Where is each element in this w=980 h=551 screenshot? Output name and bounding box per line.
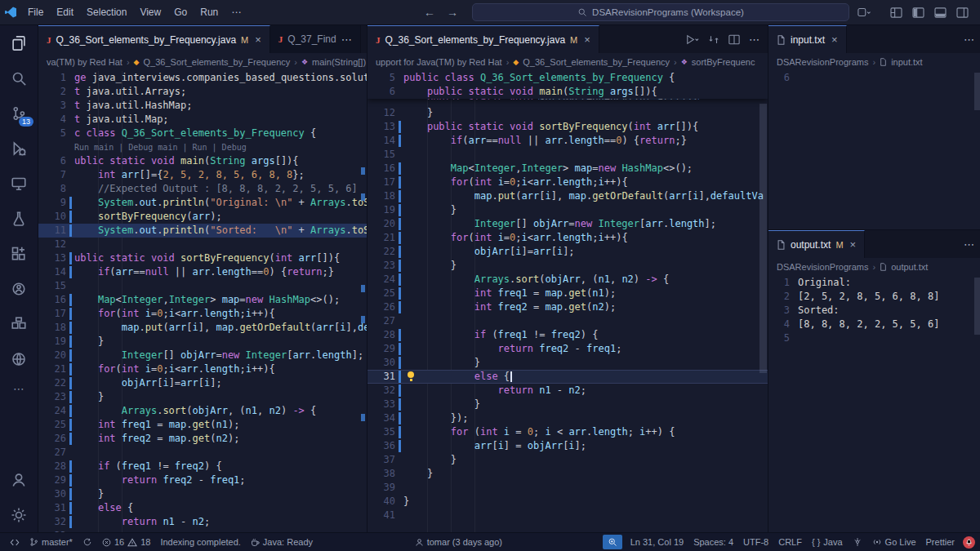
line-number[interactable]: 15: [38, 279, 66, 293]
containers-icon[interactable]: [0, 306, 38, 341]
toggle-panel-icon[interactable]: [934, 7, 947, 18]
menu-run[interactable]: Run: [194, 7, 225, 18]
line-number[interactable]: 12: [368, 106, 395, 120]
code-line[interactable]: 20 Integer[] objArr=new Integer[arr.leng…: [38, 349, 367, 362]
prettier-item[interactable]: Prettier: [921, 533, 960, 551]
line-number[interactable]: 14: [368, 134, 395, 148]
code-line[interactable]: 14 if(arr==null || arr.length==0) {retur…: [38, 265, 367, 279]
toggle-sidebar-icon[interactable]: [912, 7, 924, 18]
line-number[interactable]: 13: [38, 251, 66, 265]
line-number[interactable]: 7: [38, 168, 66, 182]
line-number[interactable]: 19: [368, 203, 395, 217]
code-line[interactable]: 31 else {: [368, 370, 768, 384]
indentation-item[interactable]: Spaces: 4: [688, 533, 738, 551]
code-line[interactable]: 32 return n1 - n2;: [38, 515, 367, 529]
line-number[interactable]: 30: [38, 487, 66, 501]
code-line[interactable]: 12 }: [368, 106, 768, 120]
open-changes-icon[interactable]: [708, 34, 719, 45]
line-number[interactable]: 32: [368, 384, 395, 398]
line-number[interactable]: 31: [38, 501, 66, 515]
line-number[interactable]: 38: [368, 467, 395, 481]
menu-edit[interactable]: Edit: [50, 7, 80, 18]
line-number[interactable]: 6: [38, 154, 66, 168]
breadcrumb-item[interactable]: upport for Java(TM) by Red Hat: [376, 57, 502, 67]
lightbulb-icon[interactable]: [406, 371, 416, 382]
code-line[interactable]: 4t java.util.Map;: [38, 113, 367, 127]
code-line[interactable]: 16 Map<Integer,Integer> map=new HashMap<…: [368, 162, 768, 176]
line-number[interactable]: 24: [38, 404, 66, 418]
breadcrumb-item[interactable]: input.txt: [891, 57, 923, 67]
encoding-item[interactable]: UTF-8: [738, 533, 773, 551]
code-line[interactable]: 39: [368, 481, 768, 495]
code-line[interactable]: 9 System.out.println("Original: \n" + Ar…: [38, 196, 367, 210]
code-line[interactable]: 13 public static void sortByFrequency(in…: [368, 120, 768, 134]
code-line[interactable]: 10 sortByFrequency(arr);: [38, 210, 367, 224]
code-line[interactable]: 8 //Expected Output : [8, 8, 8, 2, 2, 5,…: [38, 182, 367, 196]
testing-icon[interactable]: [0, 201, 38, 236]
remote-indicator[interactable]: [5, 533, 24, 551]
code-line[interactable]: 26 int freq2 = map.get(n2);: [368, 300, 768, 314]
tab-output-txt[interactable]: output.txt M ×: [768, 230, 865, 258]
code-line[interactable]: 12: [38, 238, 367, 251]
code-line[interactable]: 6ublic static void main(String args[]){: [38, 154, 367, 168]
code-line[interactable]: 3Sorted:: [768, 304, 980, 318]
code-line[interactable]: public static void sortByFrequency(int a…: [368, 99, 768, 106]
line-number[interactable]: 4: [768, 318, 790, 331]
line-number[interactable]: 29: [368, 342, 395, 356]
line-number[interactable]: 26: [368, 300, 395, 314]
code-editor-output[interactable]: 1Original:2[2, 5, 2, 8, 5, 6, 8, 8]3Sort…: [768, 276, 980, 532]
line-number[interactable]: 2: [768, 290, 790, 304]
code-line[interactable]: 28 if (freq1 != freq2) {: [38, 460, 367, 473]
line-number[interactable]: 29: [38, 473, 66, 487]
more-views-icon[interactable]: ⋯: [0, 376, 38, 401]
line-number[interactable]: [38, 140, 66, 154]
line-number[interactable]: 30: [368, 356, 395, 370]
go-live-item[interactable]: Go Live: [867, 533, 921, 551]
customize-layout-icon[interactable]: [890, 7, 902, 18]
line-number[interactable]: 9: [38, 196, 66, 210]
extensions-icon[interactable]: [0, 236, 38, 271]
code-line[interactable]: 28 if (freq1 != freq2) {: [368, 328, 768, 342]
code-line[interactable]: 2t java.util.Arrays;: [38, 85, 367, 99]
breadcrumb-item[interactable]: Q_36_Sort_elements_by_Frequency: [523, 57, 670, 67]
code-line[interactable]: 33: [38, 529, 367, 532]
sync-changes-icon[interactable]: [78, 533, 97, 551]
line-number[interactable]: [368, 99, 395, 100]
line-number[interactable]: 21: [368, 231, 395, 245]
line-number[interactable]: 6: [768, 71, 790, 85]
browser-preview-icon[interactable]: [0, 341, 38, 376]
code-line[interactable]: 27: [368, 314, 768, 328]
code-line[interactable]: 37 }: [368, 453, 768, 467]
code-line[interactable]: 19 }: [368, 203, 768, 217]
editor-actions-more-icon[interactable]: ⋯: [964, 33, 974, 46]
line-number[interactable]: 22: [368, 245, 395, 259]
code-line[interactable]: 5c class Q_36_Sort_elements_by_Frequency…: [38, 127, 367, 140]
notifications-bell-icon[interactable]: [963, 536, 975, 549]
code-line[interactable]: Run main | Debug main | Run | Debug: [38, 140, 367, 154]
git-blame-item[interactable]: tomar (3 days ago): [410, 533, 507, 551]
line-number[interactable]: 23: [368, 259, 395, 273]
tab-q36-left[interactable]: J Q_36_Sort_elements_by_Frequency.java M…: [38, 25, 270, 53]
run-debug-icon[interactable]: [0, 131, 38, 166]
code-line[interactable]: 20 Integer[] objArr=new Integer[arr.leng…: [368, 217, 768, 231]
code-line[interactable]: 33 }: [368, 398, 768, 411]
code-line[interactable]: 15: [368, 148, 768, 162]
line-number[interactable]: 25: [368, 287, 395, 300]
language-mode-item[interactable]: { } Java: [807, 533, 848, 551]
explorer-icon[interactable]: [0, 25, 38, 60]
code-line[interactable]: 7 int arr[]={2, 5, 2, 8, 5, 6, 8, 8};: [38, 168, 367, 182]
code-line[interactable]: 17 for(int i=0;i<arr.length;i++){: [368, 176, 768, 189]
line-number[interactable]: 31: [368, 370, 395, 384]
code-line[interactable]: 3t java.util.HashMap;: [38, 99, 367, 113]
java-status-item[interactable]: Java: Ready: [246, 533, 318, 551]
line-number[interactable]: 16: [38, 293, 66, 307]
breadcrumb-item[interactable]: DSARevisionPrograms: [777, 57, 868, 67]
code-line[interactable]: 18 map.put(arr[i], map.getOrDefault(arr[…: [368, 189, 768, 203]
eol-item[interactable]: CRLF: [773, 533, 807, 551]
tab-close-icon[interactable]: ×: [831, 33, 838, 46]
code-line[interactable]: 27: [38, 446, 367, 460]
code-line[interactable]: 1Original:: [768, 276, 980, 290]
line-number[interactable]: 16: [368, 162, 395, 176]
line-number[interactable]: 4: [38, 113, 66, 127]
ports-icon[interactable]: [848, 533, 867, 551]
